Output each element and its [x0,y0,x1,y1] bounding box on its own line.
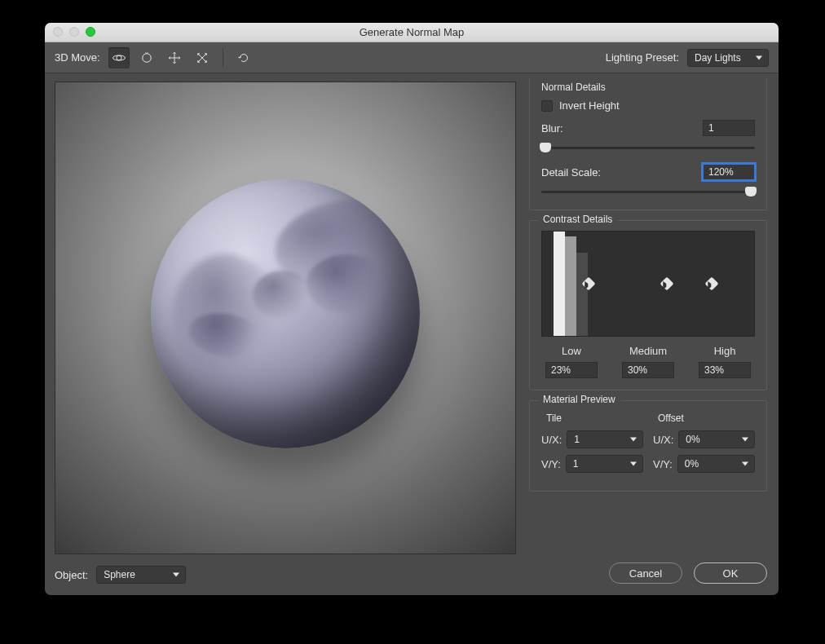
detail-scale-slider[interactable] [541,185,755,198]
tile-vy-label: V/Y: [541,458,561,470]
tile-ux-label: U/X: [541,434,562,446]
contrast-details-group: Contrast Details Low 23% Medium 30% [529,220,767,390]
material-preview-title: Material Preview [538,394,620,405]
contrast-high-input[interactable]: 33% [699,362,751,378]
preview-viewport[interactable] [55,82,516,554]
contrast-details-title: Contrast Details [538,214,617,225]
detail-scale-input[interactable]: 120% [703,164,755,180]
contrast-handle-high[interactable] [705,277,719,291]
blur-slider[interactable] [541,141,755,154]
toolbar-separator [223,48,223,68]
window-minimize-button[interactable] [69,27,79,37]
pan-icon [167,51,182,65]
preview-sphere [151,179,420,448]
offset-vy-select[interactable]: 0% [677,455,755,473]
blur-input[interactable]: 1 [703,120,755,136]
dialog-window: Generate Normal Map 3D Move: Lighting Pr… [45,23,779,595]
tile-vy-select[interactable]: 1 [566,455,643,473]
contrast-medium-input[interactable]: 30% [622,362,674,378]
contrast-histogram[interactable] [541,231,755,337]
object-label: Object: [55,569,88,581]
tile-ux-select[interactable]: 1 [567,430,643,448]
cancel-button[interactable]: Cancel [609,562,682,584]
lighting-preset-value: Day Lights [695,52,741,64]
toolbar: 3D Move: Lighting Preset: Day Lights [45,42,779,73]
offset-title: Offset [658,412,755,424]
detail-scale-slider-thumb[interactable] [745,187,757,196]
slide-icon [195,51,210,65]
material-preview-group: Material Preview Tile U/X: 1 V/Y: 1 [529,400,767,492]
normal-details-title: Normal Details [541,82,755,93]
move-label: 3D Move: [55,51,100,64]
ok-button[interactable]: OK [694,562,767,584]
detail-scale-label: Detail Scale: [541,166,601,179]
orbit-icon [112,51,126,65]
offset-ux-label: U/X: [653,434,673,446]
reset-view-button[interactable] [233,47,254,68]
svg-point-1 [112,55,125,60]
pan-tool-button[interactable] [164,47,185,68]
contrast-low-input[interactable]: 23% [545,362,598,378]
blur-slider-thumb[interactable] [540,143,551,152]
contrast-handle-medium[interactable] [660,277,674,291]
titlebar: Generate Normal Map [45,23,779,42]
undo-icon [236,51,251,65]
lighting-preset-select[interactable]: Day Lights [687,49,769,67]
invert-height-checkbox[interactable] [541,100,553,112]
window-title: Generate Normal Map [360,26,465,38]
object-value: Sphere [104,569,135,580]
lighting-preset-label: Lighting Preset: [606,51,679,64]
svg-point-2 [142,53,151,62]
slide-tool-button[interactable] [192,47,213,68]
tile-title: Tile [546,412,643,424]
window-zoom-button[interactable] [86,27,95,37]
contrast-low-label: Low [562,345,581,357]
object-select[interactable]: Sphere [96,566,186,584]
invert-height-label: Invert Height [559,99,620,112]
window-close-button[interactable] [53,27,63,37]
offset-vy-label: V/Y: [653,458,673,470]
contrast-medium-label: Medium [629,345,667,357]
roll-icon [139,51,154,65]
contrast-high-label: High [714,345,736,357]
svg-point-0 [117,55,121,60]
offset-ux-select[interactable]: 0% [678,430,755,448]
blur-label: Blur: [541,122,563,135]
orbit-tool-button[interactable] [108,47,130,68]
normal-details-group: Normal Details Invert Height Blur: 1 Det… [529,78,767,210]
roll-tool-button[interactable] [136,47,157,68]
